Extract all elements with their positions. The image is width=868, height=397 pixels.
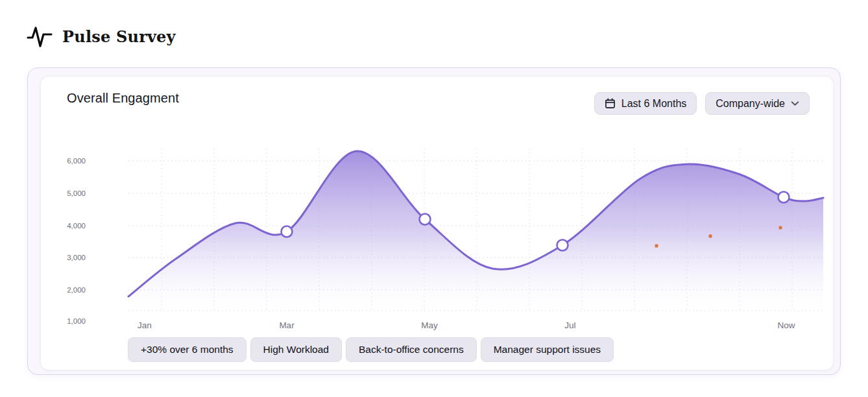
app-title: Pulse Survey [62, 27, 176, 46]
engagement-area [128, 151, 823, 312]
engagement-chart: 6,0005,0004,0003,0002,0001,000 JanMarMay… [41, 77, 834, 371]
insight-chip-manager-support[interactable]: Manager support issues [481, 337, 614, 362]
data-point-marker[interactable] [282, 226, 293, 237]
x-axis-tick-label: Now [777, 320, 795, 330]
x-axis-labels: JanMarMayJulNow [138, 320, 795, 330]
insight-chip-workload[interactable]: High Workload [250, 337, 342, 362]
y-axis-tick-label: 3,000 [67, 254, 86, 261]
engagement-card: Overall Engagment Last 6 Months Company-… [27, 67, 841, 375]
engagement-card-inner: Overall Engagment Last 6 Months Company-… [40, 76, 834, 370]
x-axis-tick-label: Jan [138, 320, 152, 330]
outlier-dot [779, 226, 782, 230]
pulse-icon [26, 23, 53, 49]
outlier-dot [709, 235, 712, 238]
insight-chip-trend[interactable]: +30% over 6 months [128, 337, 247, 362]
y-axis-tick-label: 2,000 [67, 286, 86, 294]
y-axis-tick-label: 5,000 [67, 189, 86, 197]
x-axis-tick-label: Mar [279, 320, 295, 330]
x-axis-tick-label: May [421, 320, 438, 330]
data-point-marker[interactable] [778, 192, 790, 203]
data-point-marker[interactable] [557, 240, 568, 251]
y-axis-tick-label: 1,000 [67, 317, 86, 325]
page: { "logo": { "text": "Pulse Survey", "ico… [0, 0, 868, 397]
outlier-dot [655, 245, 658, 248]
insight-chips: +30% over 6 months High Workload Back-to… [128, 337, 614, 362]
y-axis-tick-label: 6,000 [67, 157, 86, 165]
data-point-marker[interactable] [420, 214, 431, 225]
x-axis-tick-label: Jul [564, 320, 575, 330]
y-axis-tick-label: 4,000 [67, 222, 86, 230]
app-logo: Pulse Survey [26, 23, 176, 49]
insight-chip-back-to-office[interactable]: Back-to-office concerns [346, 337, 477, 362]
y-axis-labels: 6,0005,0004,0003,0002,0001,000 [67, 157, 86, 325]
